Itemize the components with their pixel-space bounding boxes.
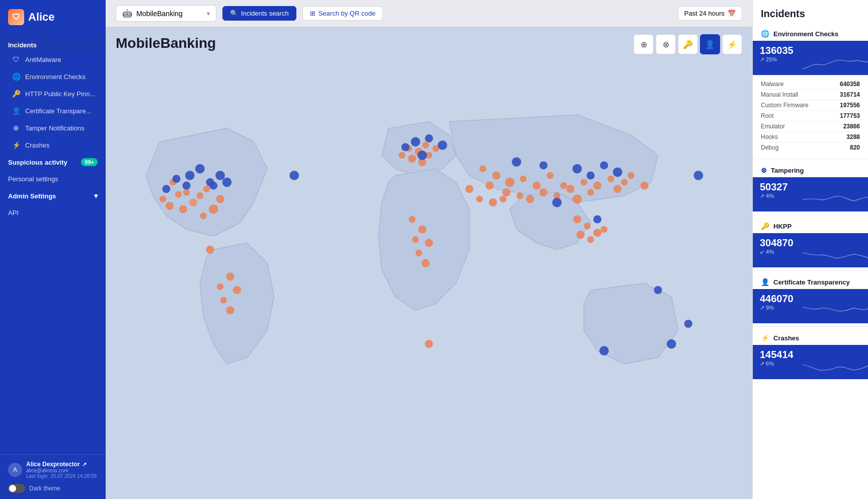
panel-divider	[753, 382, 868, 383]
stat-name: Debug	[761, 144, 778, 151]
svg-point-7	[179, 205, 187, 213]
map-filter-user[interactable]: 👤	[700, 34, 720, 54]
panel-stats: Malware 640358 Manual Install 316714 Cus…	[753, 77, 868, 156]
user-icon: 👤	[12, 107, 20, 115]
svg-point-77	[418, 151, 427, 160]
svg-point-28	[581, 179, 587, 185]
map-filter-globe[interactable]: ⊕	[634, 34, 654, 54]
logo-icon: 🛡	[8, 9, 24, 25]
svg-point-84	[552, 198, 562, 207]
right-panel: Incidents 🌐 Environment Checks 136035 ↗ …	[752, 0, 868, 499]
sidebar-item-api[interactable]: API	[0, 204, 106, 221]
suspicious-label: Suspicious activity	[8, 159, 67, 166]
panel-section-header: ⚡ Crashes	[753, 331, 868, 345]
time-filter-label: Past 24 hours	[684, 10, 725, 17]
panel-stat-row: Hooks 3288	[761, 132, 860, 142]
svg-point-42	[627, 172, 634, 179]
sidebar: 🛡 Alice Incidents 🛡 AntiMalware 🌐 Enviro…	[0, 0, 106, 499]
sidebar-item-cert-trans[interactable]: 👤 Certificate Transpare...	[0, 102, 106, 119]
map-filter-buttons: ⊕ ⊗ 🔑 👤 ⚡	[634, 34, 742, 54]
map-filter-shield[interactable]: ⊗	[656, 34, 676, 54]
app-selector[interactable]: 🤖 MobileBanking ▾	[116, 5, 216, 22]
svg-point-62	[416, 250, 422, 256]
stat-value: 197556	[840, 102, 860, 109]
sidebar-item-label: AntiMalware	[25, 56, 61, 63]
sidebar-item-incidents[interactable]: Incidents	[0, 36, 106, 51]
svg-point-67	[209, 182, 217, 190]
avatar: A	[8, 463, 22, 477]
sidebar-item-suspicious[interactable]: Suspicious activity 99+	[0, 154, 106, 171]
panel-section-crashes: ⚡ Crashes 145414 ↗ 6%	[753, 331, 868, 383]
search-by-qr-button[interactable]: ⊞ Search by QR code	[302, 6, 383, 21]
svg-point-74	[425, 134, 433, 142]
sidebar-item-personal-settings[interactable]: Personal settings	[0, 171, 106, 187]
sidebar-bottom: A Alice Dexprotector ↗ alice@aliceus.com…	[0, 454, 106, 499]
hkpp-icon: 🔑	[761, 222, 769, 230]
user-info: A Alice Dexprotector ↗ alice@aliceus.com…	[8, 461, 98, 479]
panel-section-label: Environment Checks	[773, 30, 838, 38]
sidebar-item-tamper[interactable]: ⊗ Tamper Notifications	[0, 119, 106, 136]
map-filter-bolt[interactable]: ⚡	[722, 34, 742, 54]
sidebar-item-label: HTTP Public Key Pinn...	[25, 90, 95, 98]
stat-value: 23866	[843, 123, 860, 130]
svg-point-41	[621, 179, 627, 185]
svg-point-85	[593, 215, 601, 223]
svg-point-4	[216, 195, 224, 203]
svg-point-46	[489, 198, 497, 206]
svg-point-66	[195, 164, 205, 174]
svg-point-22	[520, 175, 526, 182]
env-checks-icon: 🌐	[761, 30, 769, 38]
bolt-icon: ⚡	[12, 141, 20, 149]
svg-point-16	[399, 152, 405, 159]
svg-point-73	[411, 137, 420, 147]
sidebar-item-hkpp[interactable]: 🔑 HTTP Public Key Pinn...	[0, 85, 106, 102]
svg-point-9	[160, 196, 166, 202]
svg-point-49	[593, 229, 601, 237]
chevron-down-icon: ▾	[207, 10, 210, 17]
svg-point-71	[222, 178, 232, 187]
svg-point-83	[587, 171, 595, 179]
toggle-knob	[9, 485, 16, 492]
last-login: Last login: 25.07.2024 14:28:59	[26, 473, 98, 479]
svg-point-82	[613, 167, 622, 177]
map-filter-key[interactable]: 🔑	[678, 34, 698, 54]
panel-divider	[753, 326, 868, 327]
android-icon: 🤖	[122, 9, 132, 18]
incidents-search-button[interactable]: 🔍 Incidents search	[222, 6, 296, 21]
sidebar-item-antimalware[interactable]: 🛡 AntiMalware	[0, 51, 106, 68]
map-section: MobileBanking ⊕ ⊗ 🔑 👤 ⚡	[106, 27, 752, 499]
panel-stat-row: Manual Install 316714	[761, 90, 860, 100]
stat-value: 3288	[846, 133, 860, 140]
theme-toggle-switch[interactable]	[8, 484, 25, 493]
dark-theme-toggle[interactable]: Dark theme	[8, 484, 98, 493]
dark-theme-label: Dark theme	[29, 485, 60, 492]
svg-point-68	[215, 171, 225, 180]
svg-point-34	[486, 182, 494, 190]
svg-point-50	[587, 236, 594, 243]
panel-section-tampering: ⊗ Tampering 50327 ↗ 4%	[753, 163, 868, 215]
crashes-icon: ⚡	[761, 334, 769, 342]
svg-point-88	[667, 339, 676, 349]
svg-point-92	[206, 246, 214, 254]
cert-transparency-icon: 👤	[761, 278, 769, 286]
svg-point-25	[539, 188, 547, 196]
svg-point-51	[577, 231, 585, 239]
svg-point-10	[166, 202, 174, 210]
sidebar-item-crashes[interactable]: ⚡ Crashes	[0, 136, 106, 154]
svg-point-27	[567, 185, 575, 193]
sidebar-item-label: Tamper Notifications	[25, 124, 85, 132]
svg-point-3	[197, 192, 203, 199]
svg-point-15	[408, 155, 416, 163]
svg-point-89	[684, 320, 692, 328]
logo[interactable]: 🛡 Alice	[0, 0, 106, 34]
svg-point-64	[185, 171, 195, 180]
stat-name: Emulator	[761, 123, 785, 130]
svg-point-55	[233, 286, 241, 294]
stat-value: 177753	[840, 112, 860, 119]
panel-section-cert-transparency: 👤 Certificate Transparency 446070 ↗ 9%	[753, 275, 868, 327]
svg-point-14	[422, 142, 429, 149]
sidebar-item-env-checks[interactable]: 🌐 Environment Checks	[0, 68, 106, 85]
time-filter[interactable]: Past 24 hours 📅	[678, 6, 742, 21]
sidebar-item-admin-settings[interactable]: Admin Settings ▾	[0, 187, 106, 204]
stat-name: Custom Firmware	[761, 102, 809, 109]
